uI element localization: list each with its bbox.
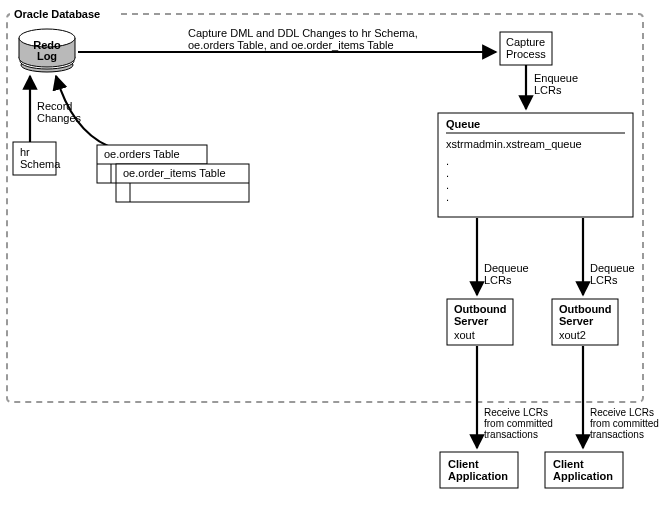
- hr-schema-1: hr: [20, 146, 30, 158]
- redo-log-label-2: Log: [37, 50, 57, 62]
- receive-2b: from committed: [590, 418, 659, 429]
- queue-name: xstrmadmin.xstream_queue: [446, 138, 582, 150]
- queue-dot3: .: [446, 179, 449, 191]
- dequeue-2a: Dequeue: [590, 262, 635, 274]
- capture-process-2: Process: [506, 48, 546, 60]
- client-app-1a: Client: [448, 458, 479, 470]
- outbound-2b: Server: [559, 315, 594, 327]
- order-items-table: oe.order_items Table: [116, 164, 249, 202]
- queue-dot1: .: [446, 155, 449, 167]
- client-app-1b: Application: [448, 470, 508, 482]
- receive-1b: from committed: [484, 418, 553, 429]
- queue-box: Queue xstrmadmin.xstream_queue . . . .: [438, 113, 633, 217]
- outbound-1b: Server: [454, 315, 489, 327]
- receive-1a: Receive LCRs: [484, 407, 548, 418]
- outbound-2-name: xout2: [559, 329, 586, 341]
- capture-desc-2: oe.orders Table, and oe.order_items Tabl…: [188, 39, 394, 51]
- outbound-1-name: xout: [454, 329, 475, 341]
- receive-1c: transactions: [484, 429, 538, 440]
- client-app-2b: Application: [553, 470, 613, 482]
- redo-log-cylinder: Redo Log: [19, 29, 75, 72]
- orders-table-label: oe.orders Table: [104, 148, 180, 160]
- order-items-table-label: oe.order_items Table: [123, 167, 226, 179]
- client-app-2a: Client: [553, 458, 584, 470]
- dequeue-2b: LCRs: [590, 274, 618, 286]
- capture-desc-1: Capture DML and DDL Changes to hr Schema…: [188, 27, 418, 39]
- receive-2a: Receive LCRs: [590, 407, 654, 418]
- enqueue-label-1: Enqueue: [534, 72, 578, 84]
- enqueue-label-2: LCRs: [534, 84, 562, 96]
- queue-title: Queue: [446, 118, 480, 130]
- queue-dot2: .: [446, 167, 449, 179]
- capture-process-1: Capture: [506, 36, 545, 48]
- hr-schema-2: Schema: [20, 158, 61, 170]
- receive-2c: transactions: [590, 429, 644, 440]
- queue-dot4: .: [446, 191, 449, 203]
- dequeue-1a: Dequeue: [484, 262, 529, 274]
- oracle-database-label: Oracle Database: [14, 8, 100, 20]
- outbound-1a: Outbound: [454, 303, 507, 315]
- outbound-2a: Outbound: [559, 303, 612, 315]
- dequeue-1b: LCRs: [484, 274, 512, 286]
